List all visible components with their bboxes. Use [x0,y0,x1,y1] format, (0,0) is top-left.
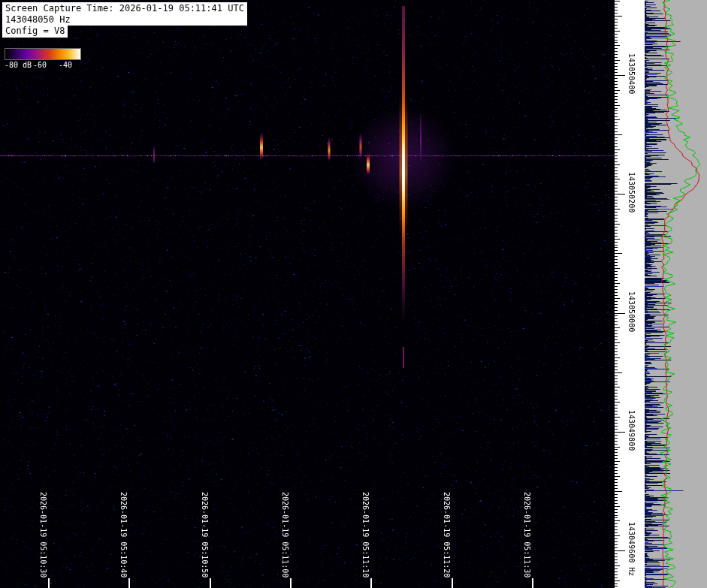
frequency-axis-label: 143049800 [627,410,636,451]
colorbar-labels: -80 dB -60 -40 [5,60,86,70]
colorbar-label-mid: -60 [33,61,47,69]
capture-info-main: Screen Capture Time: 2026-01-19 05:11:41… [2,2,247,26]
center-frequency-text: 143048050 Hz [5,14,244,26]
colorbar-gradient [5,48,81,60]
spectrum-side-panel [645,0,707,588]
spectrogram-waterfall [0,0,615,588]
spectrogram-app: Screen Capture Time: 2026-01-19 05:11:41… [0,0,707,588]
frequency-axis-label: 143050000 [627,291,636,332]
config-text: Config = V8 [2,26,68,38]
frequency-axis-label: 143050400 [627,53,636,94]
frequency-ruler: 1430504001430502001430500001430498001430… [615,0,645,588]
frequency-axis-label: 143050200 [627,172,636,213]
colorbar-label-max: -40 [59,61,72,69]
colorbar-label-min: -80 dB [5,61,32,69]
frequency-axis-label: 143049600 Hz [627,522,636,576]
capture-info-box: Screen Capture Time: 2026-01-19 05:11:41… [2,2,247,38]
capture-time-text: Screen Capture Time: 2026-01-19 05:11:41… [5,3,244,14]
colorbar: -80 dB -60 -40 [5,48,86,70]
